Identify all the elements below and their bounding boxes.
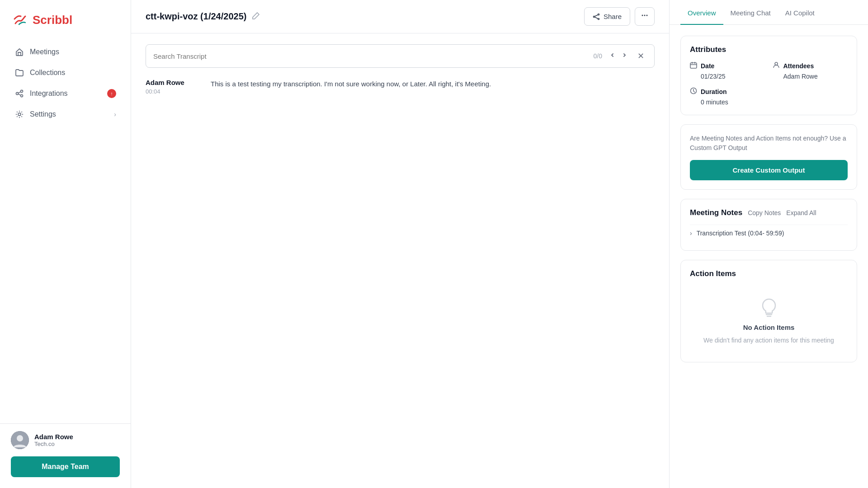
svg-point-9 bbox=[598, 18, 599, 19]
tab-ai-copilot[interactable]: AI Copilot bbox=[778, 0, 822, 25]
attributes-grid: Date 01/23/25 Attendees Ada bbox=[690, 61, 848, 106]
user-info: Adam Rowe Tech.co bbox=[11, 431, 120, 449]
logo-container: Scribbl bbox=[0, 0, 131, 38]
avatar bbox=[11, 431, 29, 449]
speaker-name: Adam Rowe bbox=[146, 79, 200, 86]
user-company: Tech.co bbox=[34, 441, 73, 447]
svg-point-7 bbox=[17, 435, 23, 441]
person-icon bbox=[773, 61, 780, 70]
notes-item[interactable]: › Transcription Test (0:04- 59:59) bbox=[690, 225, 848, 241]
duration-label-text: Duration bbox=[701, 88, 727, 95]
lightbulb-icon bbox=[758, 296, 780, 318]
svg-point-0 bbox=[16, 93, 19, 95]
edit-icon[interactable] bbox=[252, 12, 260, 22]
action-items-card: Action Items No Action Items We didn't f… bbox=[680, 260, 857, 362]
clock-icon bbox=[690, 87, 697, 96]
expand-all-button[interactable]: Expand All bbox=[786, 209, 816, 216]
notes-item-text: Transcription Test (0:04- 59:59) bbox=[697, 230, 784, 237]
svg-rect-16 bbox=[690, 63, 697, 68]
svg-line-4 bbox=[18, 94, 21, 95]
copy-notes-button[interactable]: Copy Notes bbox=[748, 209, 781, 216]
search-input[interactable] bbox=[153, 52, 590, 60]
attendees-attribute: Attendees Adam Rowe bbox=[773, 61, 848, 80]
attendees-label: Attendees bbox=[773, 61, 848, 70]
panel-content: Attributes Date bbox=[670, 25, 868, 373]
share-button[interactable]: Share bbox=[584, 7, 630, 26]
panel-tabs: Overview Meeting Chat AI Copilot bbox=[670, 0, 868, 25]
tab-meeting-chat[interactable]: Meeting Chat bbox=[723, 0, 778, 25]
settings-icon bbox=[14, 109, 24, 119]
sidebar-settings-label: Settings bbox=[30, 110, 56, 118]
sidebar-collections-label: Collections bbox=[30, 69, 65, 77]
header-actions: Share bbox=[584, 7, 655, 26]
main-header: ctt-kwpi-voz (1/24/2025) Share bbox=[131, 0, 669, 33]
attributes-title: Attributes bbox=[690, 45, 848, 54]
share-label: Share bbox=[604, 13, 622, 20]
attendees-label-text: Attendees bbox=[783, 62, 814, 70]
svg-line-3 bbox=[18, 92, 21, 93]
notes-header: Meeting Notes Copy Notes Expand All bbox=[690, 208, 848, 217]
integrations-icon bbox=[14, 89, 24, 99]
duration-value: 0 minutes bbox=[690, 99, 765, 106]
attributes-card: Attributes Date bbox=[680, 36, 857, 115]
sidebar: Scribbl Meetings Collections bbox=[0, 0, 131, 488]
attendees-value: Adam Rowe bbox=[773, 73, 848, 80]
user-details: Adam Rowe Tech.co bbox=[34, 433, 73, 447]
main-content: ctt-kwpi-voz (1/24/2025) Share bbox=[131, 0, 669, 488]
empty-state: No Action Items We didn't find any actio… bbox=[690, 287, 848, 353]
tab-overview[interactable]: Overview bbox=[680, 0, 723, 25]
date-label: Date bbox=[690, 61, 765, 70]
svg-line-11 bbox=[594, 14, 598, 16]
right-panel: Overview Meeting Chat AI Copilot Attribu… bbox=[669, 0, 868, 488]
settings-chevron-icon: › bbox=[114, 111, 116, 118]
user-name: Adam Rowe bbox=[34, 433, 73, 441]
home-icon bbox=[14, 47, 24, 57]
integrations-badge: ↑ bbox=[107, 89, 116, 98]
share-icon bbox=[593, 13, 600, 20]
more-options-button[interactable] bbox=[635, 7, 655, 26]
sidebar-item-integrations[interactable]: Integrations ↑ bbox=[7, 83, 123, 104]
meeting-notes-title: Meeting Notes bbox=[690, 208, 742, 217]
sidebar-item-collections[interactable]: Collections bbox=[7, 62, 123, 83]
manage-team-button[interactable]: Manage Team bbox=[11, 456, 120, 477]
transcript-text: This is a test testing my transcription.… bbox=[211, 79, 491, 95]
svg-line-12 bbox=[594, 17, 598, 18]
custom-output-card: Are Meeting Notes and Action Items not e… bbox=[680, 124, 857, 190]
svg-point-20 bbox=[775, 62, 778, 65]
search-bar: 0/0 ✕ bbox=[146, 44, 655, 68]
svg-point-8 bbox=[598, 14, 599, 15]
more-dots-icon bbox=[641, 11, 649, 19]
transcript-entry: Adam Rowe 00:04 This is a test testing m… bbox=[146, 79, 655, 95]
action-items-title: Action Items bbox=[690, 269, 848, 278]
search-prev-button[interactable] bbox=[606, 50, 618, 62]
search-close-button[interactable]: ✕ bbox=[635, 49, 647, 63]
sidebar-footer: Adam Rowe Tech.co Manage Team bbox=[0, 423, 131, 488]
svg-point-14 bbox=[644, 15, 646, 16]
svg-point-1 bbox=[21, 90, 23, 93]
logo-text: Scribbl bbox=[33, 13, 72, 27]
svg-point-15 bbox=[646, 15, 648, 16]
sidebar-item-settings[interactable]: Settings › bbox=[7, 104, 123, 125]
svg-point-10 bbox=[593, 16, 594, 17]
empty-state-description: We didn't find any action items for this… bbox=[703, 337, 834, 344]
empty-state-title: No Action Items bbox=[743, 324, 795, 331]
meeting-title: ctt-kwpi-voz (1/24/2025) bbox=[146, 11, 246, 22]
meeting-notes-card: Meeting Notes Copy Notes Expand All › Tr… bbox=[680, 199, 857, 251]
search-next-button[interactable] bbox=[619, 50, 631, 62]
sidebar-nav: Meetings Collections Integ bbox=[0, 38, 131, 423]
svg-point-2 bbox=[21, 95, 23, 97]
sidebar-meetings-label: Meetings bbox=[30, 48, 59, 56]
sidebar-integrations-label: Integrations bbox=[30, 89, 68, 98]
folder-icon bbox=[14, 68, 24, 78]
search-count: 0/0 bbox=[594, 52, 602, 60]
scribbl-logo-icon bbox=[11, 11, 29, 29]
search-nav bbox=[606, 50, 631, 62]
date-label-text: Date bbox=[701, 62, 714, 70]
sidebar-item-meetings[interactable]: Meetings bbox=[7, 42, 123, 62]
calendar-icon bbox=[690, 61, 697, 70]
duration-attribute: Duration 0 minutes bbox=[690, 87, 765, 106]
date-value: 01/23/25 bbox=[690, 73, 765, 80]
duration-label: Duration bbox=[690, 87, 765, 96]
create-custom-output-button[interactable]: Create Custom Output bbox=[690, 160, 848, 180]
timestamp: 00:04 bbox=[146, 88, 200, 95]
